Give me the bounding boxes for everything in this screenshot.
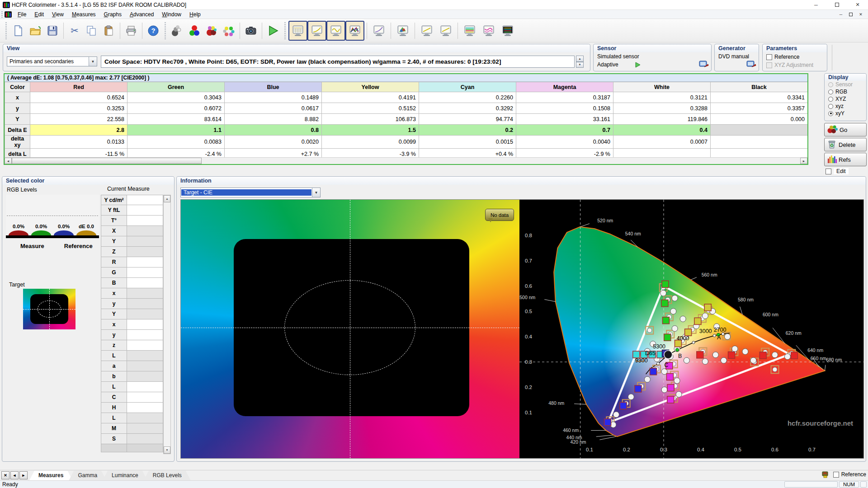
scrollbar-thumb[interactable] bbox=[12, 158, 202, 164]
view-preset-dropdown[interactable]: Primaries and secondaries ▼ bbox=[7, 56, 97, 66]
secondary-colors-balls-icon[interactable] bbox=[203, 22, 220, 40]
cell-delta-xy-yellow[interactable]: 0.0099 bbox=[322, 136, 419, 149]
scroll-up-icon[interactable]: ▲ bbox=[164, 195, 170, 202]
view-monitor-cie-icon[interactable] bbox=[393, 21, 412, 41]
scroll-down-icon[interactable]: ▼ bbox=[164, 446, 170, 454]
cell-y-magenta[interactable]: 0.1508 bbox=[516, 103, 613, 114]
new-file-icon[interactable] bbox=[9, 22, 27, 40]
cell-delta-xy-green[interactable]: 0.0083 bbox=[127, 136, 225, 149]
primary-colors-balls-icon[interactable] bbox=[186, 22, 203, 40]
display-option-xyy[interactable]: xyY bbox=[825, 110, 866, 117]
cell-y-green[interactable]: 0.6072 bbox=[127, 103, 225, 114]
copy-icon[interactable] bbox=[83, 22, 100, 40]
sensor-config-icon[interactable] bbox=[699, 61, 709, 70]
mdi-restore-button[interactable] bbox=[846, 11, 855, 18]
cell-x-red[interactable]: 0.6524 bbox=[30, 92, 127, 103]
delete-button[interactable]: ♻ Delete bbox=[824, 138, 867, 151]
open-file-icon[interactable] bbox=[27, 22, 44, 40]
cell-y-red[interactable]: 0.3253 bbox=[30, 103, 127, 114]
cell-x-yellow[interactable]: 0.4191 bbox=[322, 92, 419, 103]
cell-x-blue[interactable]: 0.1489 bbox=[225, 92, 322, 103]
mdi-close-button[interactable]: ✕ bbox=[856, 11, 865, 18]
cell-x-black[interactable]: 0.3341 bbox=[711, 92, 808, 103]
cell-Delta-E-cyan[interactable]: 0.2 bbox=[419, 125, 516, 136]
table-horizontal-scrollbar[interactable]: ◄ ► bbox=[5, 157, 807, 164]
cell-Y-white[interactable]: 119.846 bbox=[613, 114, 711, 125]
cut-icon[interactable]: ✂ bbox=[66, 22, 83, 40]
information-view-dropdown[interactable]: Target - CIE ▼ bbox=[180, 188, 321, 197]
cell-Y-red[interactable]: 22.558 bbox=[30, 114, 127, 125]
cell-y-white[interactable]: 0.3288 bbox=[613, 103, 711, 114]
spinner-up-button[interactable]: ▲ bbox=[576, 56, 584, 62]
cell-delta-xy-cyan[interactable]: 0.0015 bbox=[419, 136, 516, 149]
cell-x-magenta[interactable]: 0.3187 bbox=[516, 92, 613, 103]
bottom-reference-checkbox[interactable] bbox=[833, 472, 839, 478]
maximize-button[interactable] bbox=[826, 0, 847, 9]
column-header-green[interactable]: Green bbox=[127, 82, 225, 92]
cell-delta-xy-red[interactable]: 0.0133 bbox=[30, 136, 127, 149]
cell-y-black[interactable]: 0.3357 bbox=[711, 103, 808, 114]
save-file-icon[interactable] bbox=[44, 22, 61, 40]
menu-advanced[interactable]: Advanced bbox=[126, 10, 158, 19]
close-button[interactable]: ✕ bbox=[847, 0, 868, 9]
menu-help[interactable]: Help bbox=[185, 10, 205, 19]
paste-icon[interactable] bbox=[100, 22, 118, 40]
view-monitor-rgb-icon[interactable] bbox=[345, 21, 364, 41]
cell-delta-xy-black[interactable] bbox=[711, 136, 808, 149]
view-monitor-stripes-icon[interactable] bbox=[460, 21, 479, 41]
tab-measures[interactable]: Measures bbox=[29, 471, 72, 480]
column-header-magenta[interactable]: Magenta bbox=[516, 82, 613, 92]
run-measures-icon[interactable] bbox=[264, 22, 282, 40]
next-tab-button[interactable]: ► bbox=[19, 471, 28, 479]
tab-gamma[interactable]: Gamma bbox=[69, 471, 106, 480]
menu-measures[interactable]: Measures bbox=[68, 10, 100, 19]
cell-Delta-E-magenta[interactable]: 0.7 bbox=[516, 125, 613, 136]
column-header-cyan[interactable]: Cyan bbox=[419, 82, 516, 92]
column-header-yellow[interactable]: Yellow bbox=[322, 82, 419, 92]
help-icon[interactable]: ? bbox=[145, 22, 162, 40]
cell-Y-yellow[interactable]: 106.873 bbox=[322, 114, 419, 125]
view-monitor-line-icon[interactable] bbox=[417, 21, 436, 41]
column-header-red[interactable]: Red bbox=[30, 82, 127, 92]
column-header-blue[interactable]: Blue bbox=[225, 82, 322, 92]
cell-x-white[interactable]: 0.3121 bbox=[613, 92, 711, 103]
view-monitor-magenta-icon[interactable] bbox=[479, 21, 498, 41]
cell-delta-xy-magenta[interactable]: 0.0040 bbox=[516, 136, 613, 149]
view-monitor-gamma-icon[interactable] bbox=[307, 21, 326, 41]
cell-y-blue[interactable]: 0.0617 bbox=[225, 103, 322, 114]
column-header-black[interactable]: Black bbox=[711, 82, 808, 92]
mdi-minimize-button[interactable]: ─ bbox=[836, 11, 845, 18]
cell-x-cyan[interactable]: 0.2260 bbox=[419, 92, 516, 103]
prev-tab-button[interactable]: ◄ bbox=[10, 471, 19, 479]
cell-y-cyan[interactable]: 0.3292 bbox=[419, 103, 516, 114]
camera-icon[interactable] bbox=[242, 22, 259, 40]
cell-delta-xy-white[interactable]: 0.0007 bbox=[613, 136, 711, 149]
cell-x-green[interactable]: 0.3043 bbox=[127, 92, 225, 103]
display-option-xyz[interactable]: XYZ bbox=[825, 95, 866, 103]
reference-checkbox[interactable] bbox=[766, 54, 772, 60]
menu-graphs[interactable]: Graphs bbox=[100, 10, 126, 19]
display-option-xyz[interactable]: xyz bbox=[825, 103, 866, 110]
color-ring-icon[interactable] bbox=[220, 22, 237, 40]
view-monitor-wave-icon[interactable] bbox=[326, 21, 345, 41]
cell-Delta-E-green[interactable]: 1.1 bbox=[127, 125, 225, 136]
menu-file[interactable]: File bbox=[14, 10, 30, 19]
menu-window[interactable]: Window bbox=[158, 10, 185, 19]
minimize-button[interactable]: ─ bbox=[806, 0, 826, 9]
cell-Y-magenta[interactable]: 33.161 bbox=[516, 114, 613, 125]
tab-luminance[interactable]: Luminance bbox=[103, 471, 147, 480]
menu-view[interactable]: View bbox=[48, 10, 68, 19]
measure-table-scrollbar[interactable]: ▲ ▼ bbox=[163, 195, 171, 454]
print-icon[interactable] bbox=[123, 22, 140, 40]
close-tab-button[interactable]: ✕ bbox=[1, 471, 9, 479]
cell-Delta-E-white[interactable]: 0.4 bbox=[613, 125, 711, 136]
view-monitor-dark-icon[interactable] bbox=[498, 21, 517, 41]
display-option-rgb[interactable]: RGB bbox=[825, 88, 866, 95]
scroll-right-icon[interactable]: ► bbox=[800, 158, 807, 164]
menu-edit[interactable]: Edit bbox=[30, 10, 48, 19]
cell-Y-cyan[interactable]: 94.774 bbox=[419, 114, 516, 125]
generator-config-icon[interactable] bbox=[746, 61, 756, 70]
cell-Y-blue[interactable]: 8.882 bbox=[225, 114, 322, 125]
edit-checkbox[interactable] bbox=[826, 169, 831, 174]
spinner-down-button[interactable]: ▼ bbox=[576, 62, 584, 68]
